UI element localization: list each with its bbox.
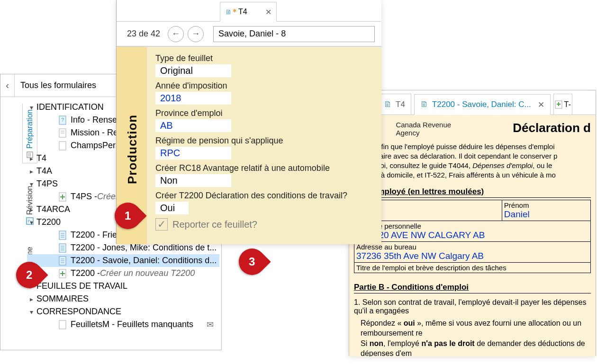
next-button[interactable]: → [188,26,204,42]
doc-blue-icon [57,243,68,253]
t4-tab[interactable]: 🗎✱T4 ✕ [220,2,277,22]
t4-body: Production Type de feuilletOriginal Anné… [117,46,381,244]
doc-blue-icon [57,256,68,266]
pension-value[interactable]: RPC [155,147,231,160]
mail-icon: ✉ [207,320,214,330]
question-1: 1. Selon son contrat de travail, l'emplo… [354,298,591,315]
svg-rect-11 [59,142,66,150]
t2200-panel: 🗎T4 🗎T2200 - Savoie, Daniel: C...✕ T- u … [349,90,596,356]
slip-type-value[interactable]: Original [155,64,231,77]
report-checkbox-row[interactable]: ✓ Reporter ce feuillet? [155,218,373,231]
t2200-value[interactable]: Oui [155,202,189,214]
tab-t4[interactable]: 🗎T4 [378,94,411,115]
doc-blue-icon [57,230,68,240]
t4-nav: 23 de 42 ← → [117,22,381,46]
doc-plus-icon [57,192,68,202]
production-label: Production [125,115,140,184]
t4-name-input[interactable] [213,26,375,42]
doc-icon [57,128,68,138]
province-value[interactable]: AB [155,119,231,132]
description: nulaire afin que l'employé puisse déduir… [354,142,591,180]
t4-panel: 🗎✱T4 ✕ 23 de 42 ← → Production Type de f… [116,0,381,244]
year-value[interactable]: 2018 [155,92,231,105]
question-1-sub: Répondez « oui », même si vous avez four… [354,318,591,357]
tree-group-sommaires[interactable]: ▸SOMMAIRES [27,293,219,305]
rc18-value[interactable]: Non [155,174,231,187]
plus-icon [555,100,563,109]
close-icon[interactable]: ✕ [265,8,271,17]
doc-icon [57,320,68,330]
job-title-row: Titre de l'emploi et brève description d… [354,263,591,273]
agency-row: u revenuda Canada RevenueAgency Déclarat… [354,121,591,137]
home-address-row: Adresse personnelle 1014 20 AVE NW CALGA… [354,221,591,242]
new-tab-button[interactable]: T- [553,94,572,115]
agency-en: Canada RevenueAgency [396,121,451,137]
doc-icon: 🗎 [420,100,428,109]
t4-fields: Type de feuilletOriginal Année d'imposit… [147,47,381,244]
tab-t2200-active[interactable]: 🗎T2200 - Savoie, Daniel: C...✕ [414,94,551,115]
tree-group-correspondance[interactable]: ▾CORRESPONDANCE [27,305,219,318]
part-b-title: Partie B - Conditions d'emploi [354,283,591,293]
svg-text:?: ? [61,117,64,123]
t4-counter: 23 de 42 [127,29,160,39]
tree-item-feuilletsm[interactable]: FeuilletsM - Feuillets manquants✉ [27,318,219,331]
doc-question-icon: ? [57,115,68,125]
t2200-document: u revenuda Canada RevenueAgency Déclarat… [349,115,596,356]
callout-3: 3 [233,243,271,280]
tree-item-t2200-create[interactable]: T2200 - Créer un nouveau T2200 [27,267,219,280]
doc-icon: 🗎 [225,8,232,16]
office-address-value[interactable]: 37236 35th Ave NW Calgary AB [356,251,588,261]
t2200-tab-row: 🗎T4 🗎T2200 - Savoie, Daniel: C...✕ T- [349,90,596,115]
doc-plus-icon [57,268,68,279]
tree-group-feuilles[interactable]: ▸FEUILLES DE TRAVAIL [27,280,219,293]
name-grid: Prénom Daniel [354,200,591,221]
firstname-cell: Prénom Daniel [502,200,590,221]
svg-rect-30 [59,320,66,329]
star-icon: ✱ [233,8,236,13]
doc-icon: 🗎 [384,100,392,109]
t4-tab-label: 🗎✱T4 [225,8,247,16]
tree-item-t2200-savoie[interactable]: T2200 - Savoie, Daniel: Conditions d... [27,254,219,267]
firstname-value[interactable]: Daniel [504,209,588,220]
vertical-tabs: Préparation ? Révision Transme [0,97,25,348]
t4-tab-row: 🗎✱T4 ✕ [117,0,381,22]
home-address-value[interactable]: 1014 20 AVE NW CALGARY AB [356,230,588,240]
close-icon[interactable]: ✕ [538,100,544,110]
doc-icon [57,141,68,151]
collapse-panel-button[interactable]: ‹ [0,74,15,97]
checkbox-icon[interactable]: ✓ [155,218,168,231]
office-address-row: Adresse au bureau 37236 35th Ave NW Calg… [354,242,591,263]
prev-button[interactable]: ← [168,26,184,42]
declaration-title: Déclaration d [513,121,591,137]
employee-section-title: sur l'employé (en lettres moulées) [354,187,591,198]
